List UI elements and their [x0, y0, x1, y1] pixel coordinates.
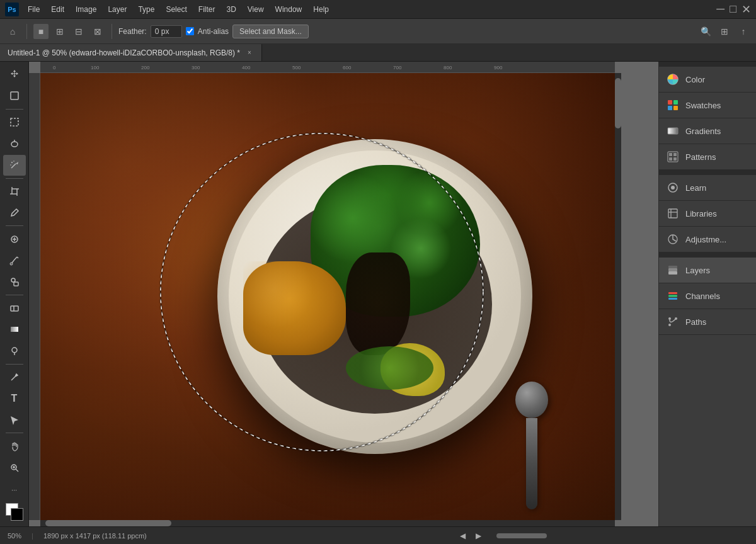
panel-channels[interactable]: Channels	[659, 283, 756, 309]
bottom-scrollbar-thumb[interactable]	[496, 533, 547, 538]
search-icon[interactable]: 🔍	[698, 24, 713, 39]
share-icon[interactable]: ↑	[736, 24, 751, 39]
feather-input[interactable]	[151, 25, 182, 38]
prev-arrow[interactable]: ◀	[460, 531, 466, 540]
vertical-scrollbar[interactable]	[615, 73, 621, 520]
anti-alias-container: Anti-alias	[186, 27, 229, 36]
crop-tool-button[interactable]	[3, 181, 26, 201]
brush-button[interactable]	[3, 250, 26, 271]
select-mask-button[interactable]: Select and Mask...	[232, 25, 309, 38]
tool-separator-5	[6, 364, 23, 365]
tool-separator-4	[6, 295, 23, 295]
svg-point-2	[11, 142, 18, 147]
move-tool-button[interactable]	[3, 64, 26, 85]
eyedropper-button[interactable]	[3, 202, 26, 223]
clone-stamp-button[interactable]	[3, 271, 26, 292]
path-selection-button[interactable]	[3, 409, 26, 430]
add-selection-option[interactable]: ⊞	[52, 24, 67, 39]
panel-layers[interactable]: Layers	[659, 258, 756, 283]
next-arrow[interactable]: ▶	[476, 531, 481, 540]
svg-point-6	[11, 162, 13, 163]
tool-separator-6	[6, 433, 23, 433]
image-canvas[interactable]	[40, 73, 615, 520]
libraries-icon	[667, 207, 679, 220]
panel-paths[interactable]: Paths	[659, 309, 756, 335]
workspace-switcher[interactable]: ⊞	[717, 24, 732, 39]
svg-rect-21	[11, 327, 18, 332]
home-icon[interactable]: ⌂	[5, 24, 20, 39]
rect-marquee-option[interactable]: ■	[33, 24, 49, 39]
menu-file[interactable]: File	[23, 3, 45, 16]
svg-rect-61	[668, 266, 677, 268]
dodge-button[interactable]	[3, 341, 26, 361]
svg-rect-59	[668, 271, 677, 275]
minimize-button[interactable]: ─	[716, 3, 724, 16]
magic-wand-button[interactable]	[3, 155, 26, 176]
learn-label: Learn	[685, 183, 706, 193]
panel-patterns[interactable]: Patterns	[659, 144, 756, 170]
layers-icon	[667, 264, 679, 276]
restore-button[interactable]: □	[730, 3, 736, 16]
type-icon: T	[11, 393, 18, 404]
menu-layer[interactable]: Layer	[103, 3, 132, 16]
patterns-label: Patterns	[685, 152, 716, 162]
marquee-tool-button[interactable]	[3, 112, 26, 133]
zoom-button[interactable]	[3, 457, 26, 478]
tool-separator-1	[6, 109, 23, 110]
swatches-label: Swatches	[685, 101, 721, 110]
artboard-tool-button[interactable]	[3, 86, 26, 106]
menu-image[interactable]: Image	[71, 3, 101, 16]
color-swatches	[3, 501, 26, 521]
menu-type[interactable]: Type	[133, 3, 159, 16]
svg-text:400: 400	[242, 65, 251, 71]
menu-edit[interactable]: Edit	[46, 3, 69, 16]
menu-filter[interactable]: Filter	[193, 3, 220, 16]
lasso-tool-button[interactable]	[3, 133, 26, 154]
type-button[interactable]: T	[3, 388, 26, 409]
left-toolbar: T ···	[0, 62, 29, 526]
hand-button[interactable]	[3, 436, 26, 456]
more-tools-button[interactable]: ···	[3, 479, 26, 500]
patterns-icon	[667, 150, 679, 163]
menu-help[interactable]: Help	[308, 3, 334, 16]
menu-window[interactable]: Window	[270, 3, 307, 16]
pen-button[interactable]	[3, 367, 26, 388]
foreground-color[interactable]	[11, 508, 23, 521]
svg-point-54	[671, 186, 675, 190]
canvas-container[interactable]: 0 100 200 300 400 500 600 700 800 900	[29, 62, 621, 526]
panel-gradients[interactable]: Gradients	[659, 118, 756, 144]
panel-libraries[interactable]: Libraries	[659, 201, 756, 227]
intersect-selection-option[interactable]: ⊠	[90, 24, 105, 39]
chicken-highlight	[243, 261, 345, 354]
anti-alias-checkbox[interactable]	[186, 27, 194, 35]
tab-close-button[interactable]: ×	[245, 48, 254, 57]
healing-button[interactable]	[3, 229, 26, 249]
panel-swatches[interactable]: Swatches	[659, 93, 756, 118]
svg-rect-1	[11, 118, 18, 126]
menu-select[interactable]: Select	[161, 3, 192, 16]
adjustments-label: Adjustme...	[685, 235, 726, 244]
svg-point-7	[10, 164, 11, 166]
menu-view[interactable]: View	[243, 3, 269, 16]
bottom-scrollbar[interactable]	[496, 533, 748, 538]
scrollbar-thumb-h[interactable]	[45, 520, 171, 526]
document-tab[interactable]: Untitled-1 @ 50% (edward-howell-iDIZaCOR…	[0, 44, 262, 61]
spoon-bowl	[515, 382, 548, 418]
svg-text:900: 900	[494, 65, 503, 71]
gradient-button[interactable]	[3, 319, 26, 340]
menu-3d[interactable]: 3D	[221, 3, 241, 16]
panel-color[interactable]: Color	[659, 67, 756, 93]
eraser-button[interactable]	[3, 298, 26, 319]
panel-adjustments[interactable]: Adjustme...	[659, 227, 756, 252]
channels-label: Channels	[685, 292, 720, 301]
close-button[interactable]: ✕	[742, 3, 751, 16]
ruler-vertical	[29, 73, 40, 520]
horizontal-scrollbar[interactable]	[40, 520, 615, 526]
svg-rect-19	[11, 306, 18, 311]
panel-separator-mid	[659, 170, 756, 175]
panel-learn[interactable]: Learn	[659, 175, 756, 201]
zoom-level: 50%	[8, 532, 21, 540]
svg-rect-52	[673, 157, 677, 161]
subtract-selection-option[interactable]: ⊟	[71, 24, 86, 39]
scrollbar-thumb-v[interactable]	[615, 78, 621, 128]
